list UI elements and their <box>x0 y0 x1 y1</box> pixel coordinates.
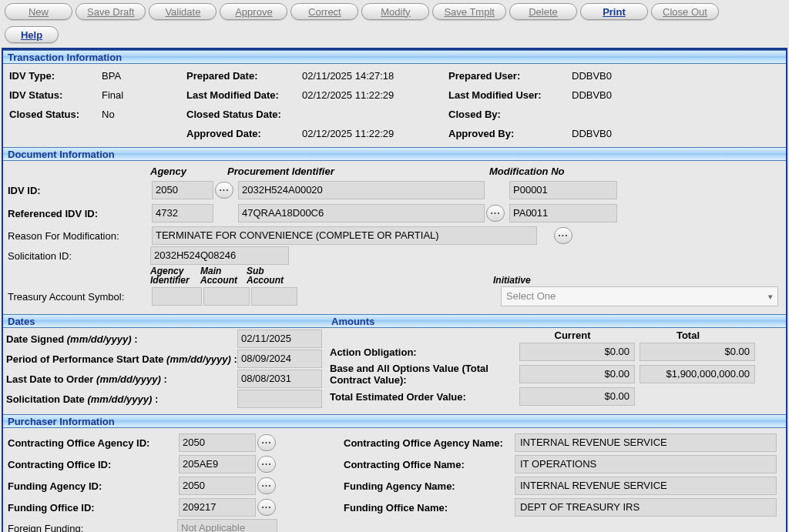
document-body: Agency Procurement Identifier Modificati… <box>3 161 786 314</box>
delete-button[interactable]: Delete <box>509 3 577 20</box>
fund-agency-name-field: INTERNAL REVENUE SERVICE <box>515 477 777 495</box>
ref-piid-lookup-button[interactable]: ··· <box>486 205 505 222</box>
ref-agency-field: 4732 <box>152 204 213 223</box>
amounts-column: Current Total Action Obligation: $0.00 $… <box>327 328 786 414</box>
col-piid-header: Procurement Identifier <box>227 166 489 177</box>
foreign-funding-field: Not Applicable <box>177 519 277 532</box>
pop-start-field: 08/09/2024 <box>237 350 322 368</box>
total-est-order-current: $0.00 <box>519 387 635 406</box>
fund-agency-id-lookup-button[interactable]: ··· <box>257 477 276 494</box>
idv-type-value: BPA <box>102 70 186 82</box>
co-id-lookup-button[interactable]: ··· <box>257 456 276 473</box>
save-draft-button[interactable]: Save Draft <box>76 3 146 20</box>
pop-start-label: Period of Performance Start Date (mm/dd/… <box>6 353 237 365</box>
solicitation-date-field <box>237 390 322 408</box>
total-est-order-label: Total Estimated Order Value: <box>330 391 515 403</box>
last-mod-user-label: Last Modified User: <box>448 89 572 101</box>
action-obligation-current: $0.00 <box>519 343 635 361</box>
toolbar: New Save Draft Validate Approve Correct … <box>0 0 789 46</box>
fund-agency-id-label: Funding Agency ID: <box>8 480 177 492</box>
transaction-body: IDV Type: BPA Prepared Date: 02/11/2025 … <box>3 64 786 147</box>
save-tmplt-button[interactable]: Save Tmplt <box>432 3 506 20</box>
last-order-label: Last Date to Order (mm/dd/yyyy) : <box>6 373 237 385</box>
foreign-funding-label: Foreign Funding: <box>8 523 177 533</box>
co-id-field: 205AE9 <box>179 455 256 473</box>
co-id-label: Contracting Office ID: <box>8 459 177 470</box>
amounts-current-header: Current <box>515 330 630 341</box>
idv-status-label: IDV Status: <box>9 89 102 101</box>
approved-date-label: Approved Date: <box>186 128 302 139</box>
closed-status-date-label: Closed Status Date: <box>186 109 302 120</box>
last-mod-date-label: Last Modified Date: <box>186 89 302 101</box>
fund-office-id-field: 209217 <box>179 498 256 517</box>
idv-status-value: Final <box>102 89 186 101</box>
tas-sub-account-field[interactable] <box>251 287 297 306</box>
main-form: Transaction Information IDV Type: BPA Pr… <box>2 48 787 532</box>
initiative-select[interactable]: Select One ▾ <box>501 286 778 306</box>
last-mod-user-value: DDBVB0 <box>572 89 726 101</box>
purchaser-header: Purchaser Information <box>3 414 786 428</box>
idv-id-label: IDV ID: <box>8 185 150 196</box>
closed-status-value: No <box>102 109 186 120</box>
reason-lookup-button[interactable]: ··· <box>554 227 572 244</box>
date-signed-label: Date Signed (mm/dd/yyyy) : <box>6 333 237 345</box>
closed-by-label: Closed By: <box>448 109 572 120</box>
document-header: Document Information <box>3 147 786 161</box>
fund-office-name-field: DEPT OF TREASURY IRS <box>515 498 777 517</box>
co-agency-name-field: INTERNAL REVENUE SERVICE <box>515 433 777 452</box>
action-obligation-total: $0.00 <box>640 343 755 361</box>
print-button[interactable]: Print <box>580 3 648 20</box>
initiative-select-value: Select One <box>506 289 556 303</box>
idv-mod-field: P00001 <box>509 181 617 199</box>
approved-by-label: Approved By: <box>448 128 572 139</box>
modify-button[interactable]: Modify <box>361 3 429 20</box>
tas-sub-account-header: Sub Account <box>247 266 293 285</box>
fund-agency-id-field: 2050 <box>179 477 256 495</box>
co-agency-id-lookup-button[interactable]: ··· <box>257 434 276 451</box>
tas-agency-identifier-header: Agency Identifier <box>150 266 200 285</box>
new-button[interactable]: New <box>5 3 72 20</box>
prepared-date-label: Prepared Date: <box>186 70 302 82</box>
closed-status-label: Closed Status: <box>9 109 102 120</box>
co-agency-name-label: Contracting Office Agency Name: <box>344 437 513 449</box>
co-name-field: IT OPERATIONS <box>515 455 777 473</box>
help-button[interactable]: Help <box>5 26 59 43</box>
solicitation-label: Solicitation ID: <box>8 250 150 262</box>
chevron-down-icon: ▾ <box>768 289 773 303</box>
date-signed-field: 02/11/2025 <box>237 330 322 348</box>
co-agency-id-label: Contracting Office Agency ID: <box>8 437 177 449</box>
ref-idv-label: Referenced IDV ID: <box>8 208 150 219</box>
transaction-header: Transaction Information <box>3 50 786 64</box>
close-out-button[interactable]: Close Out <box>651 3 719 20</box>
dates-column: Date Signed (mm/dd/yyyy) : 02/11/2025 Pe… <box>3 328 327 414</box>
fund-office-id-lookup-button[interactable]: ··· <box>257 499 276 516</box>
idv-agency-field: 2050 <box>152 181 213 199</box>
tas-main-account-header: Main Account <box>200 266 247 285</box>
solicitation-field: 2032H524Q08246 <box>150 246 289 265</box>
amounts-total-header: Total <box>630 330 746 341</box>
idv-type-label: IDV Type: <box>9 70 102 82</box>
ref-piid-field: 47QRAA18D00C6 <box>238 204 485 223</box>
validate-button[interactable]: Validate <box>149 3 217 20</box>
co-name-label: Contracting Office Name: <box>344 459 513 470</box>
col-agency-header: Agency <box>150 166 227 177</box>
correct-button[interactable]: Correct <box>290 3 358 20</box>
purchaser-body: Contracting Office Agency ID: 2050 ··· C… <box>3 428 786 532</box>
tas-main-account-field[interactable] <box>203 287 250 306</box>
base-options-total: $1,900,000,000.00 <box>640 365 755 383</box>
initiative-header: Initiative <box>493 276 586 285</box>
idv-agency-lookup-button[interactable]: ··· <box>215 182 233 199</box>
idv-piid-field: 2032H524A00020 <box>238 181 485 199</box>
dates-header: Dates <box>3 314 327 328</box>
base-options-current: $0.00 <box>519 365 635 383</box>
approved-by-value: DDBVB0 <box>572 128 726 139</box>
col-modno-header: Modification No <box>489 166 613 177</box>
amounts-header: Amounts <box>327 314 786 328</box>
fund-agency-name-label: Funding Agency Name: <box>344 480 513 492</box>
fund-office-id-label: Funding Office ID: <box>8 502 177 514</box>
tas-agency-identifier-field[interactable] <box>152 287 202 306</box>
approve-button[interactable]: Approve <box>220 3 287 20</box>
co-agency-id-field: 2050 <box>179 433 256 452</box>
reason-field: TERMINATE FOR CONVENIENCE (COMPLETE OR P… <box>152 226 537 245</box>
prepared-user-value: DDBVB0 <box>572 70 726 82</box>
